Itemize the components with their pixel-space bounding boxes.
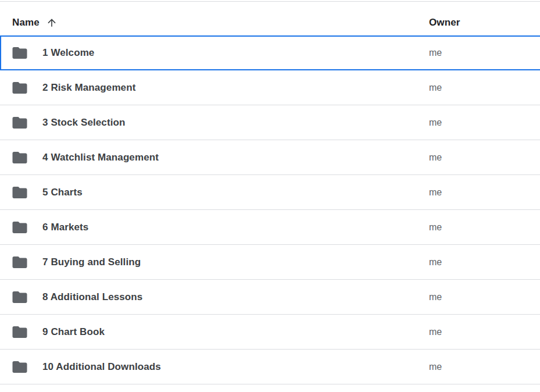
list-header: Name Owner	[0, 1, 540, 35]
folder-icon	[11, 184, 28, 201]
file-owner: me	[429, 292, 442, 302]
file-name: 6 Markets	[42, 222, 88, 233]
file-name: 10 Additional Downloads	[42, 361, 161, 373]
file-row[interactable]: 4 Watchlist Management me	[0, 140, 540, 175]
file-row[interactable]: 8 Additional Lessons me	[0, 280, 540, 315]
file-row[interactable]: 1 Welcome me	[0, 35, 540, 70]
file-name: 9 Chart Book	[42, 326, 105, 338]
folder-icon	[11, 219, 28, 236]
file-name: 7 Buying and Selling	[42, 256, 141, 268]
file-owner: me	[429, 222, 442, 233]
arrow-upward-icon	[46, 17, 58, 28]
file-name: 2 Risk Management	[42, 82, 135, 94]
file-name: 3 Stock Selection	[42, 117, 125, 129]
file-owner: me	[429, 327, 442, 337]
folder-icon	[11, 114, 28, 131]
file-row[interactable]: 9 Chart Book me	[0, 315, 540, 350]
column-header-name-label: Name	[12, 17, 40, 28]
file-owner: me	[429, 152, 442, 163]
folder-icon	[11, 149, 28, 166]
file-row[interactable]: 7 Buying and Selling me	[0, 245, 540, 280]
file-owner: me	[429, 362, 442, 372]
file-owner: me	[429, 257, 442, 268]
file-owner: me	[429, 117, 442, 128]
folder-icon	[11, 358, 28, 376]
file-rows: 1 Welcome me 2 Risk Management me 3 Stoc…	[0, 35, 540, 384]
folder-icon	[11, 79, 28, 97]
file-name: 1 Welcome	[42, 47, 94, 59]
file-name: 4 Watchlist Management	[42, 152, 159, 163]
file-owner: me	[429, 83, 442, 93]
file-owner: me	[429, 187, 442, 198]
file-row[interactable]: 3 Stock Selection me	[0, 105, 540, 140]
file-row[interactable]: 2 Risk Management me	[0, 70, 540, 105]
column-header-owner-label: Owner	[429, 17, 460, 28]
file-row[interactable]: 6 Markets me	[0, 210, 540, 245]
file-row[interactable]: 10 Additional Downloads me	[0, 350, 540, 384]
folder-icon	[11, 323, 28, 341]
folder-icon	[11, 44, 28, 62]
file-list: Name Owner 1 Welcome me 2 Risk Managemen…	[0, 0, 540, 384]
column-header-owner[interactable]: Owner	[429, 17, 460, 28]
file-row[interactable]: 5 Charts me	[0, 175, 540, 210]
folder-icon	[11, 254, 28, 271]
file-owner: me	[429, 48, 442, 58]
column-header-name[interactable]: Name	[12, 17, 58, 28]
folder-icon	[11, 288, 28, 306]
file-name: 8 Additional Lessons	[42, 291, 142, 303]
file-name: 5 Charts	[42, 187, 83, 198]
